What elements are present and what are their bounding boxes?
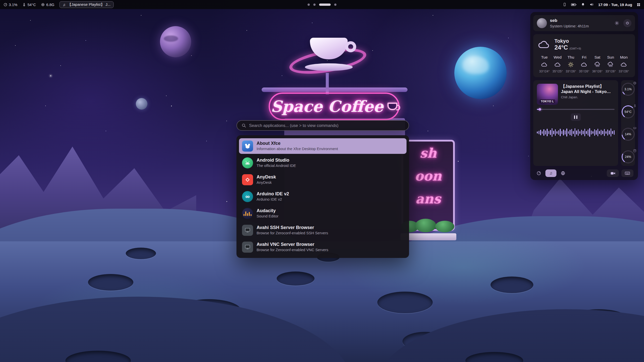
cup-handle (345, 41, 356, 52)
temp-gauge: 54°C (622, 105, 635, 118)
system-stats-column: 3.1% 54°C 14% 24% (621, 80, 635, 166)
launcher-item-avahi-ssh[interactable]: Avahi SSH Server BrowserBrowse for Zeroc… (239, 222, 407, 238)
workspace-active-pill[interactable] (319, 4, 331, 6)
app-desc: Browse for Zeroconf-enabled SSH Servers (257, 231, 328, 235)
crater (126, 248, 156, 259)
thermometer-icon (22, 3, 26, 7)
app-desc: Information about the Xfce Desktop Envir… (257, 147, 338, 151)
crater (491, 277, 533, 293)
app-desc: AnyDesk (257, 180, 276, 185)
weather-city: Tokyo (554, 38, 581, 44)
temp-value: 54°C (27, 3, 36, 7)
launcher-item-android-studio[interactable]: Android StudioThe official Android IDE (239, 155, 407, 171)
keyboard-button[interactable] (621, 169, 633, 177)
cloud-icon (621, 61, 627, 68)
workspace-dot[interactable] (308, 4, 310, 6)
screen-record-button[interactable] (607, 169, 619, 177)
track-title: 【Japanese Playlist】 Japan All Night - To… (561, 84, 615, 94)
power-icon (625, 21, 629, 25)
ram-gauge: 14% (622, 128, 635, 141)
workspace-dot[interactable] (313, 4, 316, 6)
user-card: seb System Uptime: 4h11m (533, 15, 635, 31)
speedometer-icon (4, 3, 7, 7)
purple-planet (160, 26, 191, 57)
mem-value: 6.8G (46, 3, 55, 7)
audacity-icon (242, 208, 253, 219)
search-input[interactable] (249, 123, 404, 128)
waveform (537, 124, 615, 141)
keyboard-icon (625, 171, 630, 175)
rain-icon (608, 61, 614, 68)
clock[interactable]: 17:09 - Tue, 19 Aug (598, 3, 632, 7)
app-grid-icon[interactable] (637, 3, 640, 7)
launcher-item-about-xfce[interactable]: About XfceInformation about the Xfce Des… (239, 138, 407, 154)
weather-temp: 24°C (554, 44, 568, 51)
server-browser-icon (242, 225, 253, 236)
seek-bar[interactable] (537, 109, 615, 110)
cup-saucer (305, 63, 353, 71)
earth-planet (454, 47, 507, 99)
track-artist: Chill Japan. (561, 95, 615, 99)
app-desc: Sound Editor (257, 214, 278, 218)
forecast-mon: Mon 33°/26° (617, 55, 630, 73)
launcher-item-arduino[interactable]: ∞ Arduino IDE v2Arduino IDE v2 (239, 189, 407, 204)
now-playing-pill[interactable]: ♫ 【Japanese Playlist】 J... (59, 1, 114, 8)
music-button[interactable]: ♫ (545, 169, 556, 177)
music-icon: ♫ (63, 3, 65, 7)
arduino-icon: ∞ (242, 191, 253, 202)
crater (277, 272, 314, 286)
workspace-dot[interactable] (334, 4, 337, 6)
server-browser-icon (242, 242, 253, 253)
launcher-item-avahi-vnc[interactable]: Avahi VNC Server BrowserBrowse for Zeroc… (239, 239, 407, 255)
app-name: About Xfce (257, 141, 338, 146)
volume-icon[interactable] (589, 3, 594, 7)
cpu-gauge: 3.1% (622, 83, 635, 96)
pause-icon (576, 115, 577, 119)
media-player-card: TOKYO L 【Japanese Playlist】 Japan All Ni… (533, 80, 618, 166)
cpu-value: 3.1% (9, 3, 17, 7)
neon-sign: Space Coffee (269, 93, 399, 120)
notification-bell-icon[interactable] (581, 3, 585, 7)
video-camera-icon (611, 171, 615, 175)
sign-pole (326, 73, 329, 95)
globe-button[interactable] (559, 169, 567, 177)
stats-button[interactable] (535, 169, 543, 177)
forecast-thu: Thu 33°/26° (564, 55, 577, 73)
launcher-item-audacity[interactable]: AudacitySound Editor (239, 206, 407, 221)
app-search-bar[interactable] (236, 120, 409, 131)
username: seb (550, 18, 589, 23)
power-button[interactable] (623, 19, 631, 27)
neon-sign-text: Space Coffee (271, 97, 383, 116)
app-name: Avahi SSH Server Browser (257, 225, 328, 230)
pause-button[interactable] (571, 113, 581, 121)
phone-icon[interactable] (563, 3, 567, 7)
disk-gauge: 24% (622, 150, 635, 163)
pause-icon (574, 115, 575, 119)
battery-icon[interactable] (571, 3, 577, 6)
cafe-roof (262, 87, 408, 92)
cloud-icon (581, 61, 587, 68)
temperature[interactable]: 54°C (22, 3, 36, 7)
weather-timezone: (GMT+9) (570, 47, 581, 50)
forecast-sat: Sat 36°/26° (591, 55, 604, 73)
small-moon (136, 98, 147, 110)
app-desc: Browse for Zeroconf-enabled VNC Servers (257, 248, 328, 252)
forecast-tue: Tue 33°/24° (538, 55, 551, 73)
sun-icon (568, 61, 574, 68)
settings-button[interactable] (613, 19, 621, 27)
launcher-item-anydesk[interactable]: AnyDeskAnyDesk (239, 172, 407, 188)
seek-knob[interactable] (539, 108, 541, 111)
cpu-usage[interactable]: 3.1% (4, 3, 17, 7)
memory-icon (41, 3, 45, 7)
shop-window: sh oon ans (401, 140, 455, 231)
forecast-row: Tue 33°/24° Wed 35°/25° Thu 33°/26° Fri … (538, 55, 630, 73)
search-icon (242, 123, 246, 128)
gear-icon (615, 21, 619, 25)
forecast-fri: Fri 35°/26° (578, 55, 591, 73)
app-name: Arduino IDE v2 (257, 192, 289, 197)
anydesk-icon (242, 174, 253, 185)
android-studio-icon (242, 157, 253, 168)
memory-usage[interactable]: 6.8G (41, 3, 55, 7)
rain-icon (594, 61, 600, 68)
top-bar: 3.1% 54°C 6.8G ♫ 【Japanese Playlist】 J..… (0, 0, 644, 9)
